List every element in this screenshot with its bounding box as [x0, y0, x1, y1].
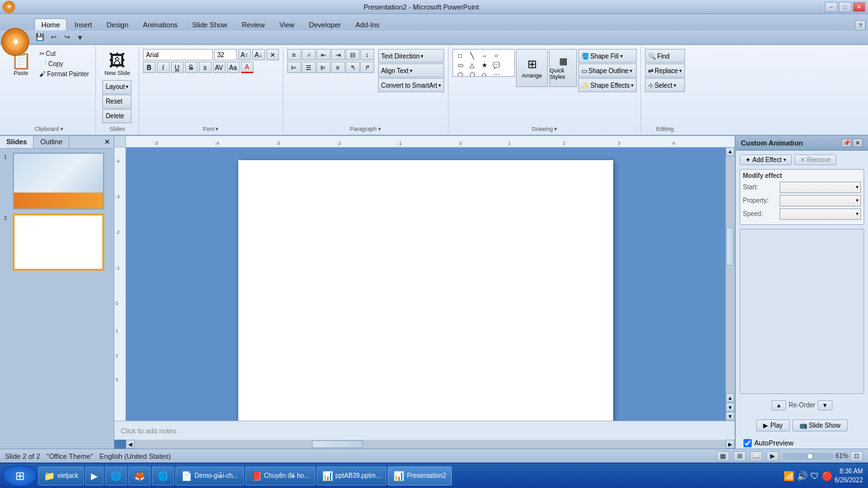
- autopreview-checkbox[interactable]: [743, 439, 752, 447]
- clear-format-btn[interactable]: ✕: [266, 49, 279, 60]
- arrow-shape-btn[interactable]: →: [478, 51, 490, 60]
- hscroll-left-btn[interactable]: ◀: [126, 440, 135, 449]
- slideshow-btn[interactable]: 📺 Slide Show: [792, 419, 848, 431]
- pentagon-shape-btn[interactable]: ⬠: [454, 70, 466, 77]
- char-spacing-btn[interactable]: AV: [213, 62, 226, 73]
- tray-antivirus-icon[interactable]: 🔴: [822, 471, 832, 481]
- outline-tab[interactable]: Outline: [34, 136, 69, 148]
- oval-shape-btn[interactable]: ○: [491, 51, 502, 60]
- slide-thumb-2[interactable]: 2: [4, 214, 110, 271]
- start-button[interactable]: ⊞: [3, 465, 37, 487]
- drawing-expand-icon[interactable]: ▾: [554, 126, 557, 132]
- slide-scroll-area[interactable]: [126, 147, 726, 421]
- tab-animations[interactable]: Animations: [136, 18, 184, 30]
- hscroll-track[interactable]: [135, 440, 726, 449]
- shape-fill-btn[interactable]: 🪣 Shape Fill ▾: [578, 49, 637, 63]
- tab-home[interactable]: Home: [34, 18, 67, 30]
- close-btn[interactable]: ✕: [853, 2, 865, 12]
- zoom-slider[interactable]: [783, 453, 834, 459]
- vscroll-prev-slide-btn[interactable]: ▲: [726, 393, 735, 402]
- justify-btn[interactable]: ≡: [331, 62, 345, 73]
- reorder-down-btn[interactable]: ▼: [818, 400, 832, 410]
- vscroll-next-slide-btn[interactable]: ▼: [726, 403, 735, 412]
- increase-indent-btn[interactable]: ⇥: [331, 49, 345, 60]
- zoom-thumb[interactable]: [807, 453, 813, 459]
- zoom-fit-btn[interactable]: ⊡: [850, 451, 863, 461]
- font-size-input[interactable]: 32: [214, 49, 237, 60]
- speed-select[interactable]: ▾: [780, 208, 861, 220]
- tab-review[interactable]: Review: [235, 18, 272, 30]
- paragraph-expand-icon[interactable]: ▾: [378, 126, 381, 132]
- qat-redo[interactable]: ↪: [61, 32, 72, 43]
- shape-effects-btn[interactable]: ✨ Shape Effects ▾: [578, 78, 637, 92]
- callout-shape-btn[interactable]: 💬: [491, 60, 502, 69]
- system-clock[interactable]: 8:36 AM6/26/2022: [835, 467, 864, 485]
- text-direction-btn[interactable]: Text Direction▾: [378, 49, 444, 63]
- hscroll-right-btn[interactable]: ▶: [726, 440, 735, 449]
- reset-btn[interactable]: Reset: [102, 95, 132, 109]
- rounded-rect-btn[interactable]: ▭: [454, 60, 466, 69]
- align-left-btn[interactable]: ⊨: [287, 62, 301, 73]
- format-painter-btn[interactable]: 🖌 Format Painter: [37, 69, 92, 79]
- strikethrough-btn[interactable]: S: [185, 62, 198, 73]
- taskbar-media-player[interactable]: ▶: [85, 466, 104, 485]
- tray-network-icon[interactable]: 📶: [783, 471, 794, 481]
- slides-tab[interactable]: Slides: [0, 136, 34, 148]
- panel-pin-btn[interactable]: 📌: [841, 139, 851, 147]
- more-shapes-btn[interactable]: ⋯: [491, 70, 502, 77]
- add-effect-btn[interactable]: ✦ Add Effect ▾: [740, 154, 792, 165]
- normal-view-btn[interactable]: ▦: [717, 451, 729, 461]
- replace-btn[interactable]: ⇄ Replace ▾: [645, 64, 685, 78]
- new-slide-btn[interactable]: 🖼 New Slide: [100, 49, 135, 79]
- tab-developer[interactable]: Developer: [302, 18, 348, 30]
- taskbar-firefox[interactable]: 🦊: [128, 466, 151, 485]
- minimize-btn[interactable]: –: [825, 2, 837, 12]
- tab-design[interactable]: Design: [100, 18, 135, 30]
- taskbar-ie[interactable]: 🌐: [152, 466, 174, 485]
- taskbar-presentation2[interactable]: 📊 Presentation2: [388, 466, 452, 485]
- numbered-btn[interactable]: ⑁: [302, 49, 316, 60]
- shape-outline-btn[interactable]: ▭ Shape Outline ▾: [578, 64, 637, 78]
- tab-view[interactable]: View: [273, 18, 302, 30]
- reading-view-btn[interactable]: 📖: [750, 451, 763, 461]
- start-select[interactable]: ▾: [780, 182, 861, 193]
- copy-btn[interactable]: 📄 Copy: [37, 59, 92, 69]
- font-color-btn[interactable]: A: [241, 62, 254, 73]
- qat-save[interactable]: 💾: [34, 32, 46, 43]
- rect-shape-btn[interactable]: □: [454, 51, 466, 60]
- slideshow-view-btn[interactable]: ▶: [766, 451, 779, 461]
- taskbar-pptab39[interactable]: 📊 pptAB39.pptm...: [316, 466, 387, 485]
- tab-slideshow[interactable]: Slide Show: [186, 18, 234, 30]
- diamond-shape-btn[interactable]: ◇: [478, 70, 490, 77]
- cut-btn[interactable]: ✂ Cut: [37, 49, 92, 58]
- italic-btn[interactable]: I: [157, 62, 170, 73]
- tab-insert[interactable]: Insert: [67, 18, 99, 30]
- vscroll-track[interactable]: [726, 156, 735, 393]
- find-btn[interactable]: 🔍 Find: [645, 49, 685, 63]
- line-shape-btn[interactable]: ╲: [466, 51, 478, 60]
- taskbar-vietjack[interactable]: 📁 vietjack: [38, 466, 84, 485]
- align-right-btn[interactable]: ⊫: [316, 62, 330, 73]
- decrease-indent-btn[interactable]: ⇤: [316, 49, 330, 60]
- taskbar-demo[interactable]: 📄 Demo-giải-ch...: [175, 466, 243, 485]
- slide-preview-1[interactable]: [13, 152, 104, 210]
- font-name-input[interactable]: Arial: [143, 49, 213, 60]
- select-btn[interactable]: ⊹ Select ▾: [645, 78, 685, 92]
- align-text-btn[interactable]: Align Text▾: [378, 64, 444, 78]
- slide-thumb-1[interactable]: 1: [4, 152, 110, 210]
- align-center-btn[interactable]: ☰: [302, 62, 316, 73]
- quick-styles-btn[interactable]: ▦ Quick Styles: [549, 49, 577, 87]
- bold-btn[interactable]: B: [143, 62, 156, 73]
- restore-btn[interactable]: □: [839, 2, 851, 12]
- notes-area[interactable]: Click to add notes: [114, 421, 735, 440]
- taskbar-chuyen-de[interactable]: 📕 Chuyên đề ho...: [245, 466, 315, 485]
- slide-sorter-btn[interactable]: ⊞: [733, 451, 746, 461]
- ltr-btn[interactable]: ↱: [360, 62, 374, 73]
- slide-preview-2[interactable]: [13, 214, 104, 271]
- convert-smartart-btn[interactable]: Convert to SmartArt▾: [378, 78, 444, 92]
- vscroll-thumb[interactable]: [726, 227, 734, 266]
- layout-btn[interactable]: Layout▾: [102, 80, 132, 94]
- hscroll-thumb[interactable]: [312, 440, 363, 448]
- bullets-btn[interactable]: ≡: [287, 49, 301, 60]
- line-spacing-btn[interactable]: ↕: [360, 49, 374, 60]
